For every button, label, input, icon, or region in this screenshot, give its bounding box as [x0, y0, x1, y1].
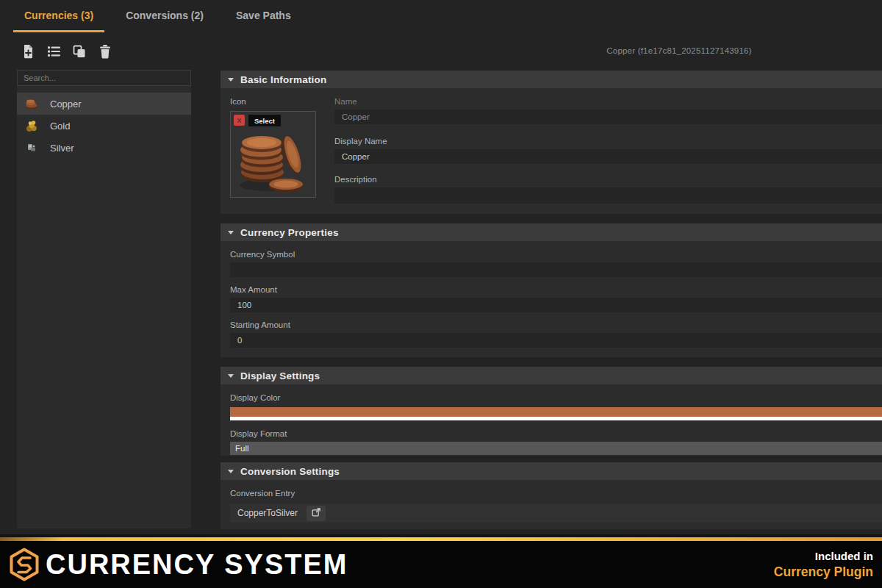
- description-field[interactable]: [334, 187, 882, 204]
- section-title: Display Settings: [240, 370, 320, 381]
- tab-bar: Currencies (3) Conversions (2) Save Path…: [0, 0, 882, 34]
- silver-thumbnail-icon: [24, 140, 39, 155]
- currency-symbol-label: Currency Symbol: [230, 250, 882, 259]
- new-file-icon: [21, 44, 35, 59]
- toolbar: [21, 44, 112, 59]
- max-amount-label: Max Amount: [230, 285, 882, 294]
- tab-save-paths[interactable]: Save Paths: [225, 0, 302, 32]
- icon-label: Icon: [230, 97, 316, 106]
- section-header-basic-information[interactable]: Basic Information: [220, 71, 882, 88]
- section-title: Basic Information: [240, 74, 326, 85]
- display-format-label: Display Format: [230, 429, 882, 438]
- description-label: Description: [334, 175, 882, 184]
- plugin-name-text: Currency Plugin: [774, 564, 873, 581]
- icon-preview[interactable]: X Select: [230, 111, 316, 198]
- currency-system-logo-icon: [9, 548, 40, 584]
- currency-list-panel: Copper Gold: [17, 70, 191, 528]
- new-currency-button[interactable]: [21, 44, 35, 59]
- max-amount-field[interactable]: [230, 298, 882, 312]
- tab-currencies[interactable]: Currencies (3): [13, 0, 104, 32]
- list-item-label: Copper: [50, 98, 82, 110]
- copper-thumbnail-icon: [24, 96, 39, 111]
- list-item-silver[interactable]: Silver: [17, 137, 191, 159]
- list-item-gold[interactable]: Gold: [17, 115, 191, 137]
- display-color-picker[interactable]: [230, 407, 882, 420]
- starting-amount-label: Starting Amount: [230, 320, 882, 329]
- chevron-down-icon: [228, 374, 234, 378]
- list-view-button[interactable]: [46, 44, 61, 59]
- display-color-label: Display Color: [230, 393, 882, 402]
- alpha-strip: [230, 417, 882, 420]
- section-header-currency-properties[interactable]: Currency Properties: [220, 223, 882, 241]
- selected-asset-header: Copper (f1e17c81_20251127143916): [459, 46, 882, 55]
- open-conversion-button[interactable]: [306, 506, 326, 521]
- included-in-text: Included in: [774, 549, 873, 564]
- section-conversion-settings: Conversion Settings Conversion Entry Cop…: [220, 462, 882, 529]
- list-item-label: Silver: [50, 143, 74, 154]
- section-header-conversion-settings[interactable]: Conversion Settings: [220, 462, 882, 480]
- section-title: Currency Properties: [240, 227, 339, 238]
- section-currency-properties: Currency Properties Currency Symbol Max …: [220, 223, 882, 357]
- delete-button[interactable]: [98, 44, 112, 59]
- gold-thumbnail-icon: [24, 118, 39, 133]
- tab-conversions[interactable]: Conversions (2): [115, 0, 215, 32]
- external-link-icon: [312, 506, 321, 520]
- conversion-entry-value: CopperToSilver: [237, 508, 298, 518]
- footer-banner: CURRENCY SYSTEM Included in Currency Plu…: [0, 541, 882, 588]
- duplicate-icon: [72, 44, 87, 59]
- display-name-label: Display Name: [334, 137, 882, 146]
- display-format-dropdown[interactable]: Full: [230, 442, 882, 455]
- starting-amount-field[interactable]: [230, 333, 882, 348]
- chevron-down-icon: [228, 231, 234, 234]
- list-item-label: Gold: [50, 121, 70, 132]
- chevron-down-icon: [228, 470, 234, 473]
- color-chip: [230, 407, 882, 417]
- conversion-entry-row: CopperToSilver: [230, 503, 882, 523]
- currency-list: Copper Gold: [17, 93, 191, 159]
- conversion-entry-label: Conversion Entry: [230, 489, 882, 498]
- name-label: Name: [334, 97, 882, 106]
- search-input[interactable]: [17, 70, 191, 86]
- list-icon: [46, 44, 61, 59]
- icon-clear-button[interactable]: X: [234, 115, 245, 126]
- icon-select-button[interactable]: Select: [248, 115, 281, 126]
- name-field[interactable]: [334, 110, 882, 124]
- currency-symbol-field[interactable]: [230, 262, 882, 277]
- product-title: CURRENCY SYSTEM: [46, 549, 348, 581]
- trash-icon: [98, 44, 112, 59]
- chevron-down-icon: [228, 78, 234, 82]
- display-name-field[interactable]: [334, 149, 882, 164]
- section-basic-information: Basic Information Icon: [220, 71, 882, 214]
- section-title: Conversion Settings: [240, 466, 340, 477]
- duplicate-button[interactable]: [72, 44, 87, 59]
- list-item-copper[interactable]: Copper: [17, 93, 191, 115]
- section-display-settings: Display Settings Display Color Display F…: [220, 367, 882, 456]
- copper-coins-image: [236, 121, 312, 197]
- detail-panel: Basic Information Icon: [220, 71, 882, 529]
- section-header-display-settings[interactable]: Display Settings: [220, 367, 882, 384]
